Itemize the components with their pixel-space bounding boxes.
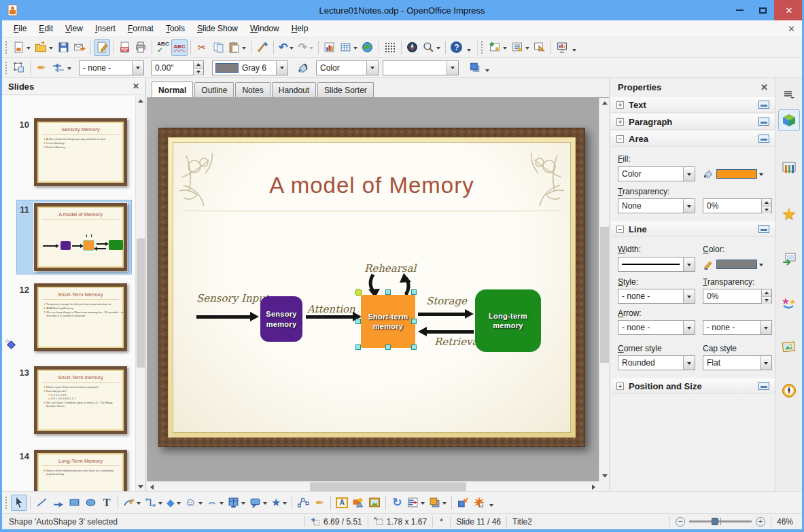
fill-color-picker[interactable] <box>703 166 772 182</box>
position-size-button[interactable] <box>11 60 27 76</box>
insert-picture-button[interactable] <box>350 495 366 511</box>
arrow-end-select[interactable]: - none - <box>703 320 772 335</box>
arrow-storage[interactable] <box>418 313 466 316</box>
minimize-button[interactable] <box>728 0 751 20</box>
arrow-sensory-input[interactable] <box>196 315 251 319</box>
transparency-stepper[interactable]: 0% <box>703 198 772 213</box>
display-grid-button[interactable] <box>382 39 398 56</box>
toolbar-grip[interactable] <box>5 496 7 510</box>
zoom-button[interactable] <box>421 39 442 56</box>
menu-format[interactable]: Format <box>122 21 160 36</box>
fontwork-button[interactable]: A <box>334 495 350 511</box>
tab-slide-sorter[interactable]: Slide Sorter <box>317 82 374 97</box>
insert-chart-button[interactable] <box>321 39 338 56</box>
sidebar-tab-custom-animation[interactable]: ★ <box>778 203 800 225</box>
toolbar-overflow-button[interactable] <box>570 39 578 56</box>
glue-points-button[interactable]: ✒ <box>311 495 328 511</box>
arrange-button[interactable] <box>427 495 449 511</box>
line-style-select[interactable]: - none - <box>618 289 695 304</box>
vertical-scrollbar[interactable] <box>599 98 609 481</box>
menu-help[interactable]: Help <box>285 21 315 36</box>
area-style-button[interactable] <box>295 60 312 76</box>
maximize-button[interactable] <box>751 0 774 20</box>
auto-spellcheck-button[interactable]: ABC <box>171 39 188 56</box>
expand-icon[interactable]: + <box>616 383 624 390</box>
redo-button[interactable]: ↷ <box>296 39 315 56</box>
fill-color-select[interactable] <box>383 60 459 75</box>
spin-up-icon[interactable] <box>762 199 771 206</box>
menu-view[interactable]: View <box>59 21 89 36</box>
sidebar-tab-styles[interactable] <box>778 293 800 315</box>
slide-design-button[interactable] <box>531 39 548 56</box>
section-line[interactable]: − Line <box>611 221 775 237</box>
selection-handle[interactable] <box>411 289 417 295</box>
line-tool-button[interactable] <box>33 495 50 511</box>
open-button[interactable] <box>33 39 55 56</box>
tab-handout[interactable]: Handout <box>272 82 316 97</box>
collapse-icon[interactable]: − <box>616 135 624 143</box>
line-color-picker[interactable] <box>703 256 772 272</box>
slides-panel-scrollbar[interactable] <box>135 96 145 491</box>
slides-panel-close-icon[interactable]: ✕ <box>133 82 139 91</box>
zoom-out-button[interactable]: − <box>676 517 685 527</box>
selection-handle[interactable] <box>411 344 417 350</box>
sidebar-tab-gallery[interactable] <box>778 336 800 358</box>
rotate-button[interactable]: ↻ <box>389 495 405 511</box>
menu-file[interactable]: File <box>7 21 33 36</box>
navigator-button[interactable] <box>404 39 421 56</box>
toolbar-overflow-button[interactable] <box>465 39 473 56</box>
expand-icon[interactable]: + <box>616 101 624 109</box>
animation-effects-button[interactable] <box>471 495 487 511</box>
line-color-select[interactable]: Gray 6 <box>212 60 288 75</box>
arrow-style-button[interactable] <box>50 60 73 76</box>
section-position-size[interactable]: + Position and Size <box>611 378 775 394</box>
cut-button[interactable]: ✂ <box>194 39 210 56</box>
section-area[interactable]: − Area <box>611 131 775 147</box>
slide-thumbnail-14[interactable]: 14 Long-Term Memory Stores all the infor… <box>2 450 135 491</box>
scrollbar-thumb[interactable] <box>600 227 609 363</box>
slide-thumbnail-13[interactable]: 13 Short-Term memory What is your Short-… <box>2 366 135 444</box>
toolbar-grip[interactable] <box>5 61 7 75</box>
line-style-select[interactable]: - none - <box>79 60 144 75</box>
adjust-handle[interactable] <box>355 289 362 296</box>
sidebar-menu-button[interactable] <box>778 84 800 105</box>
menu-insert[interactable]: Insert <box>89 21 122 36</box>
spin-up-icon[interactable] <box>194 61 203 68</box>
basic-shapes-button[interactable]: ◆ <box>164 495 183 511</box>
zoom-percentage[interactable]: 46% <box>771 516 802 527</box>
zoom-slider[interactable]: − + <box>669 516 771 527</box>
properties-close-icon[interactable]: ✕ <box>761 82 768 92</box>
line-width-select[interactable] <box>618 257 695 272</box>
edit-points-button[interactable] <box>295 495 311 511</box>
expand-icon[interactable]: + <box>616 118 624 126</box>
ellipse-tool-button[interactable] <box>82 495 99 511</box>
symbol-shapes-button[interactable]: ☺ <box>183 495 205 511</box>
tab-notes[interactable]: Notes <box>235 82 270 97</box>
zoom-slider-track[interactable] <box>689 520 752 522</box>
collapse-icon[interactable]: − <box>616 226 624 233</box>
spin-up-icon[interactable] <box>762 289 771 296</box>
select-tool-button[interactable] <box>11 495 27 511</box>
alignment-button[interactable] <box>405 495 427 511</box>
export-pdf-button[interactable]: PDF <box>116 39 133 56</box>
arrow-retrieval[interactable] <box>426 330 474 334</box>
selection-handle[interactable] <box>385 344 391 350</box>
dialog-launcher-icon[interactable] <box>758 135 769 143</box>
arrow-attention[interactable] <box>306 315 353 319</box>
paste-button[interactable] <box>226 39 248 56</box>
tab-normal[interactable]: Normal <box>152 82 193 97</box>
new-slide-button[interactable] <box>487 39 509 56</box>
dialog-launcher-icon[interactable] <box>758 382 769 390</box>
selection-handle[interactable] <box>355 319 361 324</box>
close-button[interactable]: ✕ <box>774 0 804 20</box>
zoom-slider-thumb[interactable] <box>712 518 718 525</box>
stars-banners-button[interactable]: ★ <box>269 495 289 511</box>
help-button[interactable]: ? <box>449 39 465 56</box>
copy-button[interactable] <box>210 39 226 56</box>
shape-long-term-memory[interactable]: Long-term memory <box>475 289 541 352</box>
corner-style-select[interactable]: Rounded <box>618 355 695 370</box>
slide-layout-button[interactable] <box>509 39 531 56</box>
section-paragraph[interactable]: + Paragraph <box>611 114 775 130</box>
sidebar-tab-navigator[interactable] <box>778 380 800 402</box>
selection-handle[interactable] <box>411 319 417 324</box>
